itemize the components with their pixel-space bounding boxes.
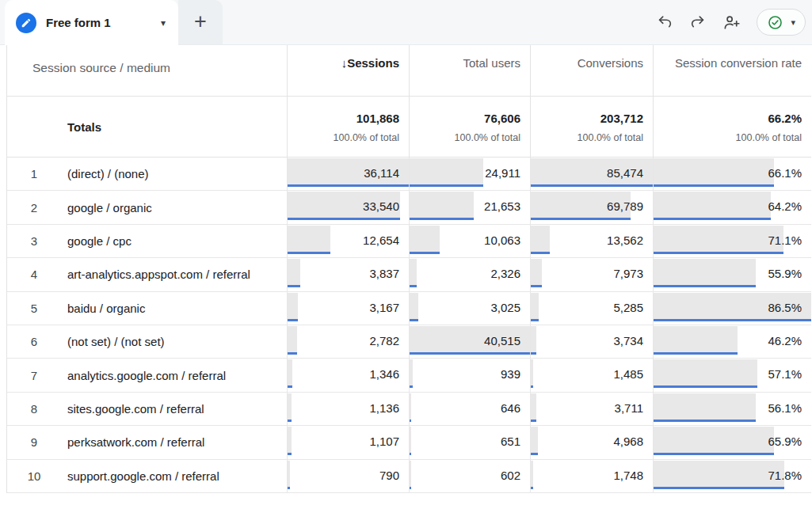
totals-row: Totals 101,868 100.0% of total 76,606 10… (7, 97, 811, 158)
metric-value: 1,748 (613, 461, 643, 489)
table-row[interactable]: 9perksatwork.com / referral1,1076514,968… (7, 426, 811, 459)
metric-cell[interactable]: 939 (409, 359, 530, 391)
metric-cell[interactable]: 10,063 (409, 225, 530, 257)
metric-cell[interactable]: 3,167 (287, 292, 409, 325)
metric-cell[interactable]: 24,911 (409, 158, 530, 190)
metric-cell[interactable]: 71.8% (653, 460, 811, 492)
table-row[interactable]: 4art-analytics.appspot.com / referral3,8… (7, 258, 811, 291)
dimension-value: baidu / organic (67, 302, 145, 315)
dimension-cell: 7analytics.google.com / referral (7, 359, 287, 391)
value-bar (654, 359, 757, 385)
metric-value: 24,911 (485, 159, 520, 187)
metric-cell[interactable]: 3,734 (530, 325, 653, 358)
metric-cell[interactable]: 86.5% (653, 292, 811, 325)
dimension-value: support.google.com / referral (67, 469, 219, 483)
column-header-sessions[interactable]: ↓Sessions (287, 45, 409, 96)
row-rank: 1 (7, 167, 61, 180)
metric-cell[interactable]: 46.2% (653, 325, 811, 358)
table-header-row: Session source / medium ↓Sessions Total … (7, 45, 811, 97)
metric-value: 71.8% (768, 461, 802, 489)
metric-value: 66.1% (768, 159, 802, 187)
metric-value: 36,114 (364, 159, 399, 187)
value-bar (531, 226, 550, 252)
chevron-down-icon[interactable]: ▾ (158, 14, 169, 32)
metric-value: 12,654 (363, 226, 399, 254)
metric-cell[interactable]: 1,346 (287, 359, 409, 391)
dimension-column-header[interactable]: Session source / medium (7, 45, 287, 96)
column-header-total-users[interactable]: Total users (409, 45, 530, 96)
table-row[interactable]: 6(not set) / (not set)2,78240,5153,73446… (7, 325, 811, 359)
metric-value: 1,136 (369, 394, 399, 422)
metric-value: 21,653 (484, 192, 520, 220)
table-row[interactable]: 1(direct) / (none)36,11424,91185,47466.1… (7, 158, 811, 191)
table-row[interactable]: 7analytics.google.com / referral1,346939… (7, 359, 811, 392)
metric-cell[interactable]: 21,653 (409, 191, 530, 223)
metric-cell[interactable]: 3,025 (409, 292, 530, 325)
table-row[interactable]: 2google / organic33,54021,65369,78964.2% (7, 191, 811, 224)
validation-status-button[interactable]: ▾ (757, 9, 806, 36)
add-tab-button[interactable]: + (178, 0, 223, 44)
row-rank: 4 (7, 268, 61, 281)
metric-cell[interactable]: 3,711 (530, 393, 653, 425)
undo-button[interactable] (650, 8, 679, 36)
value-bar (410, 192, 474, 218)
metric-cell[interactable]: 646 (409, 393, 530, 425)
metric-cell[interactable]: 1,748 (530, 460, 653, 492)
metric-cell[interactable]: 602 (409, 460, 530, 492)
metric-cell[interactable]: 65.9% (653, 426, 811, 458)
table-row[interactable]: 3google / cpc12,65410,06313,56271.1% (7, 225, 811, 258)
metric-cell[interactable]: 69,789 (530, 191, 653, 223)
tab-strip: Free form 1 ▾ + (0, 0, 812, 45)
value-bar-underline (654, 487, 784, 489)
add-collaborator-button[interactable] (717, 8, 745, 36)
metric-cell[interactable]: 4,968 (530, 426, 653, 458)
metric-cell[interactable]: 2,326 (409, 258, 530, 290)
metric-cell[interactable]: 71.1% (653, 225, 811, 257)
table-row[interactable]: 8sites.google.com / referral1,1366463,71… (7, 393, 811, 426)
column-header-session-conversion-rate[interactable]: Session conversion rate (653, 45, 811, 96)
metric-cell[interactable]: 651 (409, 426, 530, 458)
metric-value: 13,562 (607, 226, 643, 254)
tab-free-form-1[interactable]: Free form 1 ▾ (5, 0, 178, 45)
dimension-cell: 5baidu / organic (7, 292, 287, 325)
table-row[interactable]: 10support.google.com / referral7906021,7… (7, 460, 811, 493)
value-bar (531, 259, 542, 285)
metric-cell[interactable]: 33,540 (287, 191, 409, 223)
value-bar (410, 226, 440, 252)
value-bar (531, 461, 533, 487)
metric-cell[interactable]: 1,107 (287, 426, 409, 458)
metric-cell[interactable]: 85,474 (530, 158, 653, 190)
value-bar (288, 461, 290, 487)
value-bar-underline (410, 184, 483, 187)
metric-cell[interactable]: 2,782 (287, 325, 409, 358)
metric-cell[interactable]: 64.2% (653, 191, 811, 223)
value-bar (531, 393, 536, 420)
metric-cell[interactable]: 12,654 (287, 225, 409, 257)
value-bar (654, 326, 738, 352)
metric-cell[interactable]: 55.9% (653, 258, 811, 290)
metric-cell[interactable]: 7,973 (530, 258, 653, 290)
metric-cell[interactable]: 40,515 (409, 325, 530, 358)
dimension-value: perksatwork.com / referral (67, 435, 204, 449)
metric-value: 1,346 (369, 360, 399, 388)
metric-cell[interactable]: 5,285 (530, 292, 653, 325)
table-row[interactable]: 5baidu / organic3,1673,0255,28586.5% (7, 292, 811, 325)
metric-cell[interactable]: 790 (287, 460, 409, 492)
metric-cell[interactable]: 1,136 (287, 393, 409, 425)
redo-button[interactable] (684, 8, 712, 36)
column-header-conversions[interactable]: Conversions (530, 45, 653, 96)
metric-cell[interactable]: 13,562 (530, 225, 653, 257)
value-bar-underline (288, 285, 300, 287)
metric-value: 65.9% (768, 427, 802, 455)
metric-value: 64.2% (768, 192, 802, 220)
metric-cell[interactable]: 57.1% (653, 359, 811, 391)
metric-cell[interactable]: 66.1% (653, 158, 811, 190)
metric-cell[interactable]: 3,837 (287, 258, 409, 290)
metric-cell[interactable]: 56.1% (653, 393, 811, 425)
metric-value: 790 (379, 461, 399, 489)
metric-value: 1,485 (613, 360, 643, 388)
row-rank: 8 (7, 402, 61, 416)
metric-cell[interactable]: 1,485 (530, 359, 653, 391)
metric-value: 939 (501, 360, 520, 388)
metric-cell[interactable]: 36,114 (287, 158, 409, 190)
